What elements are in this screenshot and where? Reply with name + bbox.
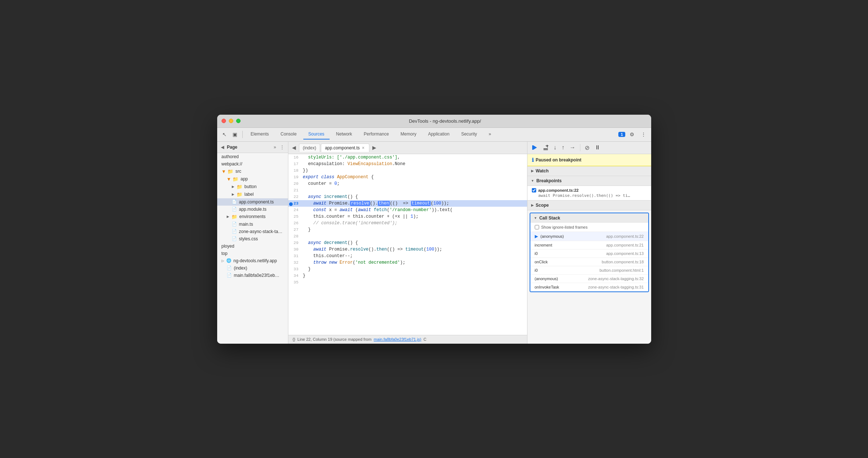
button-label: button: [245, 184, 257, 189]
sidebar-more-icon[interactable]: »: [273, 144, 277, 150]
status-format-icon[interactable]: {}: [293, 337, 295, 341]
step-over-button[interactable]: [541, 144, 550, 151]
step-out-button[interactable]: ↑: [560, 144, 566, 152]
tab-close-button[interactable]: ×: [361, 146, 365, 150]
scope-label: Scope: [536, 203, 549, 208]
call-stack-item-3[interactable]: onClick button.component.ts:18: [530, 258, 648, 266]
call-stack-fn-6: onInvokeTask: [535, 285, 559, 289]
call-stack-item-2[interactable]: i0 app.component.ts:13: [530, 249, 648, 258]
sidebar-item-authored[interactable]: authored: [217, 153, 288, 160]
sidebar-item-index[interactable]: 📄 (index): [217, 264, 288, 272]
tab-sources[interactable]: Sources: [303, 129, 330, 140]
call-stack-item-1[interactable]: increment app.component.ts:21: [530, 241, 648, 249]
sidebar-item-app-module[interactable]: 📄 app.module.ts: [217, 206, 288, 213]
svg-rect-4: [544, 149, 548, 150]
chevron-icon: ▷: [222, 259, 224, 263]
ignore-frames-label: Show ignore-listed frames: [541, 225, 588, 229]
code-line-24: 24 const x = await (await fetch('/random…: [288, 207, 527, 213]
call-stack-fn-3: onClick: [535, 260, 548, 264]
file-icon: 📄: [232, 199, 237, 204]
sidebar-item-top[interactable]: top: [217, 250, 288, 257]
window-title: DevTools - ng-devtools.netlify.app/: [243, 118, 647, 124]
sidebar-item-netlify[interactable]: ▷ 🌐 ng-devtools.netlify.app: [217, 257, 288, 264]
tab-memory[interactable]: Memory: [395, 129, 421, 140]
sidebar-item-label[interactable]: ▶ 📁 label: [217, 191, 288, 198]
call-stack-item-5[interactable]: (anonymous) zone-async-stack-tagging.ts:…: [530, 275, 648, 283]
more-tabs-button[interactable]: »: [484, 129, 496, 140]
code-tab-app-component[interactable]: app.component.ts ×: [321, 144, 369, 152]
resume-button[interactable]: [530, 144, 539, 151]
file-icon: 📄: [227, 273, 232, 278]
call-stack-fn-1: increment: [535, 243, 552, 247]
tab-console[interactable]: Console: [276, 129, 302, 140]
code-line-28: 28: [288, 233, 527, 240]
step-button[interactable]: →: [568, 144, 577, 152]
main-toolbar: ↖ ▣ Elements Console Sources Network Per…: [217, 128, 651, 142]
app-component-tab-label: app.component.ts: [325, 145, 360, 150]
ignore-frames-checkbox[interactable]: [535, 225, 539, 229]
file-sidebar: ◀ Page » ⋮ authored webpack:// ▼ 📁 src ▼…: [217, 142, 288, 344]
maximize-button[interactable]: [236, 119, 241, 123]
sidebar-header: ◀ Page » ⋮: [217, 142, 288, 153]
code-line-20: 20 counter = 0;: [288, 180, 527, 187]
tab-application[interactable]: Application: [423, 129, 455, 140]
breakpoints-arrow-icon: ▼: [531, 179, 534, 183]
sidebar-header-label: Page: [227, 145, 238, 150]
cursor-icon[interactable]: ↖: [220, 130, 229, 139]
sidebar-item-styles[interactable]: 📄 styles.css: [217, 235, 288, 243]
code-line-19: 19 export class AppComponent {: [288, 174, 527, 180]
breakpoints-section-header[interactable]: ▼ Breakpoints: [527, 176, 651, 186]
status-source-link[interactable]: main.fa8bfa0e23f1eb71.js): [374, 337, 421, 341]
pause-exceptions-button[interactable]: ⏸: [593, 144, 602, 152]
sidebar-item-button[interactable]: ▶ 📁 button: [217, 183, 288, 191]
step-into-button[interactable]: ↓: [552, 144, 558, 152]
code-line-18: 18 }): [288, 167, 527, 174]
sidebar-item-main-bundle[interactable]: 📄 main.fa8bfa0e23f1eb…: [217, 272, 288, 279]
code-line-35: 35: [288, 279, 527, 286]
settings-icon[interactable]: ⚙: [627, 130, 637, 139]
breakpoint-item[interactable]: app.component.ts:22 await Promise.resolv…: [527, 186, 651, 200]
call-stack-arrow-icon: ▼: [534, 216, 537, 220]
sidebar-back-icon[interactable]: ◀: [220, 144, 225, 150]
styles-label: styles.css: [239, 236, 258, 241]
sidebar-item-webpack[interactable]: webpack://: [217, 160, 288, 168]
code-tab-index[interactable]: (index): [299, 144, 320, 152]
tab-elements[interactable]: Elements: [246, 129, 274, 140]
sidebar-item-src[interactable]: ▼ 📁 src: [217, 168, 288, 175]
info-icon: ℹ: [532, 157, 534, 163]
sidebar-item-app-component[interactable]: 📄 app.component.ts: [217, 198, 288, 206]
call-stack-item-4[interactable]: i0 button.component.html:1: [530, 266, 648, 275]
code-editor[interactable]: 16 styleUrls: ['./app.component.css'], 1…: [288, 154, 527, 335]
code-line-30: 30 await Promise.resolve().then(() => ti…: [288, 246, 527, 253]
sidebar-options-icon[interactable]: ⋮: [279, 144, 285, 150]
scope-arrow-icon: ▶: [531, 203, 534, 207]
close-button[interactable]: [222, 119, 226, 123]
app-component-label: app.component.ts: [239, 199, 274, 205]
code-line-22: 22 async increment() {: [288, 194, 527, 200]
netlify-label: ng-devtools.netlify.app: [234, 258, 277, 263]
sidebar-item-zone[interactable]: 📄 zone-async-stack-ta…: [217, 228, 288, 235]
more-options-icon[interactable]: ⋮: [639, 130, 648, 139]
tab-prev-icon[interactable]: ◀: [290, 144, 298, 151]
code-line-34: 34 }: [288, 272, 527, 279]
watch-section-header[interactable]: ▶ Watch: [527, 166, 651, 176]
authored-label: authored: [222, 154, 239, 159]
call-stack-section: ▼ Call Stack Show ignore-listed frames ▶…: [530, 213, 649, 292]
tab-performance[interactable]: Performance: [359, 129, 394, 140]
sidebar-item-main-ts[interactable]: 📄 main.ts: [217, 221, 288, 228]
file-icon: 📄: [232, 229, 237, 234]
sidebar-item-ployed[interactable]: ployed: [217, 243, 288, 250]
deactivate-breakpoints-button[interactable]: ⊘: [583, 144, 591, 152]
call-stack-item-0[interactable]: ▶ (anonymous) app.component.ts:22: [530, 232, 648, 241]
sidebar-item-environments[interactable]: ▶ 📁 environments: [217, 213, 288, 221]
call-stack-header[interactable]: ▼ Call Stack: [530, 213, 648, 223]
call-stack-item-6[interactable]: onInvokeTask zone-async-stack-tagging.ts…: [530, 283, 648, 291]
tab-next-icon[interactable]: ▶: [370, 144, 379, 151]
sidebar-item-app[interactable]: ▼ 📁 app: [217, 175, 288, 183]
tab-security[interactable]: Security: [456, 129, 482, 140]
device-toggle-icon[interactable]: ▣: [230, 130, 239, 139]
scope-section-header[interactable]: ▶ Scope: [527, 201, 651, 210]
minimize-button[interactable]: [229, 119, 233, 123]
tab-network[interactable]: Network: [331, 129, 357, 140]
breakpoint-checkbox[interactable]: [532, 188, 536, 192]
